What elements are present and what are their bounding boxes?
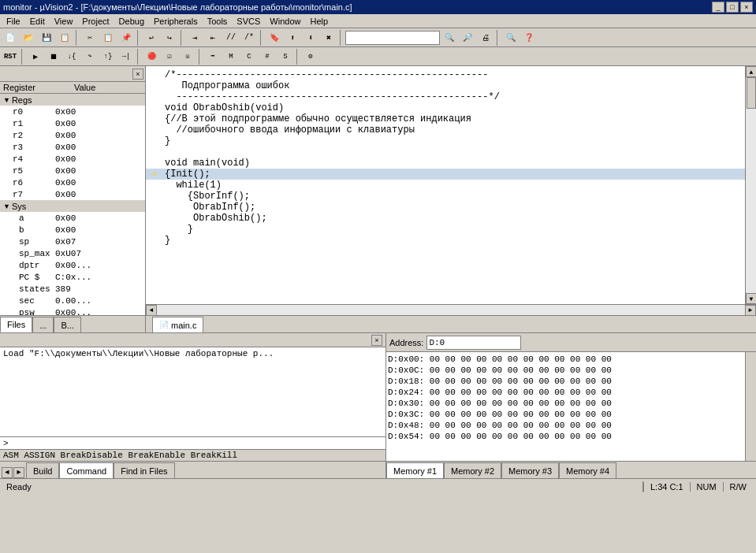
tab-mem1[interactable]: Memory #1: [386, 462, 444, 478]
close-button[interactable]: ×: [740, 2, 753, 13]
menu-edit[interactable]: Edit: [25, 16, 50, 27]
logic-btn[interactable]: ⚙: [302, 49, 319, 65]
reg-psw-value[interactable]: 0x00...: [55, 308, 145, 316]
reg-r3-value[interactable]: 0x00: [55, 143, 145, 152]
undo-button[interactable]: ↩: [143, 30, 160, 46]
console-cmdline[interactable]: ASM ASSIGN BreakDisable BreakEnable Brea…: [0, 450, 385, 461]
hscroll-left-btn[interactable]: ◄: [146, 305, 157, 316]
reg-r4-value[interactable]: 0x00: [55, 154, 145, 164]
outdent-button[interactable]: ⇤: [204, 30, 222, 46]
reg-a-value[interactable]: 0x00: [55, 213, 145, 223]
tab-find[interactable]: Find in Files: [114, 462, 174, 478]
cut-button[interactable]: ✂: [81, 30, 99, 46]
save-all-button[interactable]: 📋: [56, 30, 73, 46]
en-bp[interactable]: ☑: [161, 49, 178, 65]
menu-debug[interactable]: Debug: [114, 16, 149, 27]
menu-window[interactable]: Window: [265, 16, 305, 27]
hscroll-right-btn[interactable]: ►: [745, 305, 756, 316]
step-over[interactable]: ↷: [81, 49, 99, 65]
show-next[interactable]: ➡: [204, 49, 222, 65]
dis-all-bp[interactable]: ☒: [179, 49, 196, 65]
console-prev-btn[interactable]: ◄: [2, 467, 13, 478]
tab-mem4[interactable]: Memory #4: [559, 462, 616, 478]
tab-mem2[interactable]: Memory #2: [444, 462, 501, 478]
nextbm-button[interactable]: ⬇: [302, 30, 319, 46]
sys-group[interactable]: ▼ Sys: [0, 200, 145, 212]
reg-states-value[interactable]: 389: [55, 284, 145, 294]
menu-project[interactable]: Project: [77, 16, 114, 27]
hscroll-track[interactable]: [157, 305, 745, 316]
bookmark-button[interactable]: 🔖: [266, 30, 283, 46]
tab-main-c[interactable]: 📄 main.c: [152, 317, 203, 332]
wnd-stack[interactable]: S: [277, 49, 294, 65]
menu-tools[interactable]: Tools: [203, 16, 233, 27]
reg-b-value[interactable]: 0x00: [55, 225, 145, 235]
run-button[interactable]: ▶: [27, 49, 44, 65]
clearbm-button[interactable]: ✖: [320, 30, 337, 46]
menu-view[interactable]: View: [50, 16, 78, 27]
regs-group[interactable]: ▼ Regs: [0, 94, 145, 106]
insert-bp[interactable]: 🔴: [143, 49, 160, 65]
reg-r5-value[interactable]: 0x00: [55, 166, 145, 176]
copy-button[interactable]: 📋: [99, 30, 117, 46]
reg-r2-value[interactable]: 0x00: [55, 131, 145, 140]
menu-peripherals[interactable]: Peripherals: [149, 16, 203, 27]
paste-button[interactable]: 📌: [117, 30, 135, 46]
wnd-code[interactable]: C: [240, 49, 258, 65]
print-button[interactable]: 🖨: [477, 30, 494, 46]
scroll-down-btn[interactable]: ▼: [746, 293, 756, 304]
step-out[interactable]: ↑}: [99, 49, 117, 65]
indent-button[interactable]: ⇥: [186, 30, 203, 46]
reg-pc-value[interactable]: C:0x...: [55, 273, 145, 282]
run-cursor[interactable]: →|: [117, 49, 135, 65]
menu-svcs[interactable]: SVCS: [232, 16, 265, 27]
reg-r1-value[interactable]: 0x00: [55, 119, 145, 128]
tab-files[interactable]: Files: [0, 317, 32, 332]
panel-close[interactable]: ×: [132, 69, 143, 80]
menu-file[interactable]: File: [2, 16, 25, 27]
open-button[interactable]: 📂: [20, 30, 37, 46]
maximize-button[interactable]: □: [726, 2, 739, 13]
reg-sp-value[interactable]: 0x07: [55, 237, 145, 247]
console-close[interactable]: ×: [371, 335, 382, 346]
reg-dptr-value[interactable]: 0x00...: [55, 261, 145, 270]
search-button[interactable]: 🔍: [441, 30, 458, 46]
zoom-button[interactable]: 🔍: [502, 30, 520, 46]
reg-r0-value[interactable]: 0x00: [55, 107, 145, 117]
mem-vscroll[interactable]: [745, 352, 756, 461]
console-next-btn[interactable]: ►: [13, 467, 24, 478]
redo-button[interactable]: ↪: [161, 30, 178, 46]
rst-button[interactable]: RST: [2, 49, 19, 65]
tab-b[interactable]: B...: [54, 317, 81, 332]
tab-command[interactable]: Command: [59, 462, 114, 478]
scroll-up-btn[interactable]: ▲: [746, 66, 756, 77]
minimize-button[interactable]: _: [712, 2, 724, 13]
console-output[interactable]: Load "F:\\документы\\Лекции\\Новые лабор…: [0, 347, 385, 436]
comment-button[interactable]: //: [222, 30, 240, 46]
code-scroll[interactable]: /*--------------------------------------…: [146, 66, 745, 304]
new-button[interactable]: 📄: [2, 30, 19, 46]
uncomment-button[interactable]: /*: [240, 30, 258, 46]
reg-r6-value[interactable]: 0x00: [55, 178, 145, 187]
address-input[interactable]: [426, 336, 521, 350]
search-input[interactable]: [345, 31, 440, 45]
wnd-mem[interactable]: M: [222, 49, 240, 65]
reg-sec-value[interactable]: 0.00...: [55, 296, 145, 306]
reg-r7-value[interactable]: 0x00: [55, 190, 145, 199]
v-scrollbar[interactable]: ▲ ▼: [745, 66, 756, 304]
tab-build[interactable]: Build: [26, 462, 59, 478]
wnd-sym[interactable]: #: [259, 49, 276, 65]
tab-mem3[interactable]: Memory #3: [501, 462, 559, 478]
stop-button[interactable]: ⏹: [45, 49, 62, 65]
save-button[interactable]: 💾: [38, 30, 55, 46]
step-into[interactable]: ↓{: [63, 49, 80, 65]
reg-spmax-value[interactable]: 0xU07: [55, 249, 145, 258]
find-button[interactable]: 🔎: [459, 30, 476, 46]
scroll-track[interactable]: [746, 77, 756, 293]
menu-help[interactable]: Help: [305, 16, 333, 27]
tab-regs2[interactable]: ...: [32, 317, 54, 332]
prevbm-button[interactable]: ⬆: [284, 30, 301, 46]
help-button[interactable]: ❓: [520, 30, 538, 46]
memory-content[interactable]: D:0x00: 00 00 00 00 00 00 00 00 00 00 00…: [386, 352, 745, 461]
scroll-thumb[interactable]: [747, 77, 756, 109]
